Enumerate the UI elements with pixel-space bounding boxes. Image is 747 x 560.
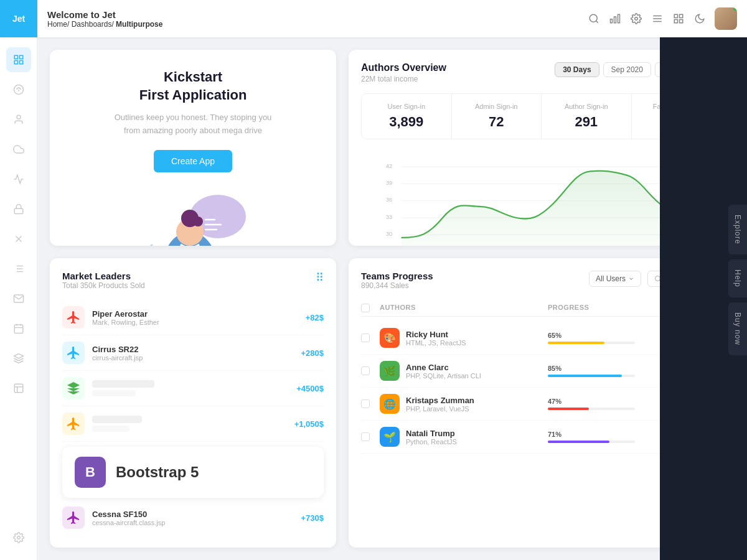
market-desc-1: cirrus-aircraft.jsp xyxy=(92,354,301,362)
sidebar-item-cloud[interactable] xyxy=(6,137,31,162)
progress-label-3: 71% xyxy=(548,431,660,438)
header-checkbox xyxy=(361,304,380,312)
kickstart-description: Outlines keep you honest. They stoping y… xyxy=(112,111,274,138)
sidebar-item-user[interactable] xyxy=(6,107,31,132)
sidebar xyxy=(0,37,37,560)
market-item-0: Piper Aerostar Mark, Rowling, Esther +82… xyxy=(62,300,324,335)
svg-rect-18 xyxy=(14,208,23,213)
team-member-info-2: Kristaps Zumman PHP, Laravel, VueJS xyxy=(406,396,474,413)
team-member-skills-0: HTML, JS, ReactJS xyxy=(406,339,466,347)
create-app-button[interactable]: Create App xyxy=(154,150,232,172)
market-value-2: +4500$ xyxy=(296,384,324,393)
svg-rect-11 xyxy=(674,20,677,23)
sidebar-item-layers[interactable] xyxy=(6,346,31,371)
progress-bar-fill-3 xyxy=(548,441,609,443)
header-authors: AUTHORS xyxy=(380,304,548,312)
bottom-left: Market Leaders Total 350k Products Sold … xyxy=(50,258,336,548)
market-icon-3 xyxy=(62,413,85,435)
avatar[interactable] xyxy=(715,7,737,30)
sidebar-item-fingerprint[interactable] xyxy=(6,77,31,102)
sidebar-item-lock[interactable] xyxy=(6,197,31,222)
team-author-1: 🌿 Anne Clarc PHP, SQLite, Artisan CLI xyxy=(380,361,548,381)
team-member-name-3: Natali Trump xyxy=(406,429,457,438)
menu-icon[interactable] xyxy=(651,12,664,25)
market-leaders-title: Market Leaders xyxy=(62,271,145,281)
progress-label-2: 47% xyxy=(548,398,660,405)
teams-title-group: Teams Progress 890,344 Sales xyxy=(361,271,433,290)
svg-rect-3 xyxy=(614,17,616,23)
sidebar-item-chart[interactable] xyxy=(6,167,31,192)
market-desc-2 xyxy=(92,390,136,396)
row-checkbox-3[interactable] xyxy=(361,432,380,441)
team-member-skills-1: PHP, SQLite, Artisan CLI xyxy=(406,372,481,380)
team-author-3: 🌱 Natali Trump Python, ReactJS xyxy=(380,427,548,447)
tab-sep-2020[interactable]: Sep 2020 xyxy=(603,62,651,77)
progress-bar-bg-0 xyxy=(548,342,635,344)
sidebar-item-close[interactable] xyxy=(6,226,31,251)
svg-rect-4 xyxy=(611,19,613,23)
team-progress-0: 65% xyxy=(548,332,660,344)
market-more-icon[interactable]: ⠿ xyxy=(316,271,324,284)
market-name-0: Piper Aerostar xyxy=(92,309,306,319)
svg-text:36: 36 xyxy=(386,197,392,203)
market-desc-cessna: cessna-aircraft.class.jsp xyxy=(92,519,301,526)
buy-now-tab[interactable]: Buy now xyxy=(728,302,747,355)
svg-point-35 xyxy=(17,536,20,539)
sidebar-item-settings[interactable] xyxy=(6,525,31,550)
sidebar-item-template[interactable] xyxy=(6,376,31,401)
svg-marker-31 xyxy=(14,354,23,359)
stat-author-signin: Author Sign-in 291 xyxy=(542,94,632,139)
market-info-1: Cirrus SR22 cirrus-aircraft.jsp xyxy=(92,345,301,362)
sidebar-item-list[interactable] xyxy=(6,256,31,281)
stat-author-signin-label: Author Sign-in xyxy=(552,103,621,110)
row-checkbox-2[interactable] xyxy=(361,399,380,408)
dark-mode-icon[interactable] xyxy=(693,12,706,25)
market-item-3: +1,050$ xyxy=(62,406,324,442)
row-checkbox-0[interactable] xyxy=(361,334,380,342)
chart-icon[interactable] xyxy=(609,12,621,25)
bootstrap-promo-card: B Bootstrap 5 xyxy=(62,447,324,498)
sidebar-item-grid[interactable] xyxy=(6,47,31,72)
svg-text:33: 33 xyxy=(386,214,392,220)
market-item-1: Cirrus SR22 cirrus-aircraft.jsp +280$ xyxy=(62,335,324,371)
search-icon[interactable] xyxy=(588,12,600,25)
kickstart-card: Kickstart First Application Outlines kee… xyxy=(50,50,336,246)
team-progress-1: 85% xyxy=(548,365,660,377)
market-leaders-title-group: Market Leaders Total 350k Products Sold xyxy=(62,271,145,290)
stat-user-signin-label: User Sign-in xyxy=(372,103,441,110)
breadcrumb: Home/ Dashboards/ Multipurpose xyxy=(47,20,588,29)
navbar-title: Welcome to Jet Home/ Dashboards/ Multipu… xyxy=(47,9,588,29)
progress-bar-fill-2 xyxy=(548,408,589,410)
svg-rect-27 xyxy=(14,325,23,334)
team-author-0: 🎨 Ricky Hunt HTML, JS, ReactJS xyxy=(380,328,548,348)
team-avatar-3: 🌱 xyxy=(380,427,400,447)
teams-title: Teams Progress xyxy=(361,271,433,281)
settings-icon[interactable] xyxy=(630,12,642,25)
app-logo[interactable]: Jet xyxy=(0,0,37,37)
sidebar-bottom xyxy=(6,525,31,550)
market-value-0: +82$ xyxy=(306,313,324,322)
svg-line-1 xyxy=(596,21,598,22)
market-leaders-card: Market Leaders Total 350k Products Sold … xyxy=(50,258,336,548)
market-icon-cessna xyxy=(62,506,85,529)
svg-point-17 xyxy=(17,115,21,119)
apps-icon[interactable] xyxy=(672,12,685,25)
tab-30-days[interactable]: 30 Days xyxy=(555,62,599,77)
authors-chart: 42 39 36 33 30 27 xyxy=(386,156,703,246)
svg-rect-15 xyxy=(14,61,17,64)
authors-card-title-group: Authors Overview 22M total income xyxy=(361,62,446,83)
market-value-3: +1,050$ xyxy=(294,419,324,429)
sidebar-item-envelope[interactable] xyxy=(6,286,31,311)
stat-user-signin: User Sign-in 3,899 xyxy=(362,94,452,139)
row-checkbox-1[interactable] xyxy=(361,366,380,375)
explore-tab[interactable]: Explore xyxy=(728,205,747,254)
sidebar-item-calendar[interactable] xyxy=(6,316,31,341)
market-value-cessna: +730$ xyxy=(301,513,324,523)
market-desc-3 xyxy=(92,426,129,432)
all-users-filter[interactable]: All Users xyxy=(589,271,641,287)
select-all-checkbox[interactable] xyxy=(361,304,370,312)
market-icon-2 xyxy=(62,377,85,399)
market-info-0: Piper Aerostar Mark, Rowling, Esther xyxy=(92,309,306,326)
stat-admin-signin-label: Admin Sign-in xyxy=(462,103,532,110)
help-tab[interactable]: Help xyxy=(728,259,747,297)
